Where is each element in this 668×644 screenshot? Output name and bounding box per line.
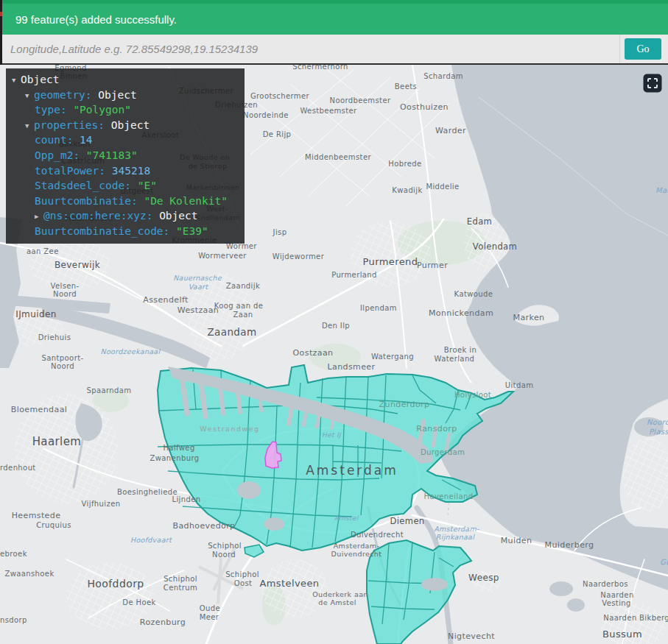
map-label: Vaart: [189, 283, 209, 291]
map-label: Het IJ: [322, 431, 342, 439]
success-banner: 99 feature(s) added successfully.: [0, 0, 668, 35]
fullscreen-icon: [643, 74, 662, 93]
map-label: Koog aan de: [214, 302, 264, 310]
success-message: 99 feature(s) added successfully.: [15, 13, 177, 26]
map-label: Kwadijk: [392, 186, 422, 194]
map-label: Holysloot: [454, 391, 491, 399]
map-label: Spaarndam: [86, 386, 131, 394]
coordinate-search-bar: Go: [0, 35, 668, 65]
map-label: Plass: [649, 428, 668, 436]
inspector-value: Object: [159, 210, 197, 222]
map-label: rdenhout: [0, 464, 36, 472]
map-label: Rozenburg: [140, 618, 186, 627]
map-label: Beets: [395, 82, 417, 91]
map-label: Bikbergen: [639, 614, 668, 622]
inspector-value: Object: [98, 89, 136, 101]
map-label: Ilpendam: [360, 304, 397, 312]
map-label: Zwanenburg: [150, 454, 200, 462]
inspector-value: "741183": [86, 149, 138, 161]
inspector-line: ▼geometry: Object: [10, 88, 240, 103]
map-label: Noordeinde: [243, 111, 289, 119]
map-label: Amstel: [334, 514, 359, 522]
map-label: Lijnden: [172, 495, 200, 503]
inspector-key: Opp_m2:: [35, 149, 86, 161]
map-label: Amstelveen: [260, 578, 320, 589]
map-label: Mar: [655, 186, 668, 194]
map-label: Noordbeemster: [330, 96, 391, 105]
inspector-line: count: 14: [10, 132, 240, 148]
inspector-value: "De Kolenkit": [144, 195, 228, 207]
map-label: Badhoevedorp: [172, 521, 235, 531]
map-label: Naarderbos: [583, 580, 628, 588]
object-inspector: ▼Object▼geometry: Objecttype: "Polygon"▼…: [6, 68, 245, 244]
map-label: Oostzaan: [293, 348, 334, 358]
map-label: Gu: [660, 558, 668, 566]
map-label: Schardam: [423, 72, 463, 80]
map-label: nsdorp: [0, 616, 27, 624]
inspector-value: "Polygon": [73, 104, 131, 116]
map-label: aan Zee: [27, 247, 59, 255]
map-label: Zaandam: [207, 326, 256, 338]
map-label: Rijnkanaal: [436, 533, 475, 541]
map-label: Wormerveer: [198, 252, 247, 260]
inspector-key: @ns:com:here:xyz:: [43, 210, 159, 222]
map-label: Schermerhorn: [292, 65, 348, 71]
map-label: Wijdewormer: [273, 252, 325, 261]
inspector-value: 345218: [112, 165, 150, 177]
expand-toggle-icon[interactable]: ▶: [35, 209, 43, 224]
inspector-value: 14: [80, 134, 92, 146]
map-label: Katwoude: [454, 290, 493, 298]
map-label: Driehuis: [38, 333, 71, 342]
coordinate-search-input[interactable]: [0, 35, 622, 63]
expand-toggle-icon[interactable]: ▼: [25, 88, 34, 104]
map-label: Muiden: [501, 536, 532, 545]
inspector-line: Buurtcombinatie: "De Kolenkit": [10, 194, 240, 209]
map-label: Zunderdorp: [379, 400, 430, 409]
map-label: Amsterdam-: [334, 542, 380, 550]
fullscreen-button[interactable]: [643, 74, 662, 93]
map-label: Edam: [467, 216, 492, 227]
map-label: Amsterdam: [306, 463, 398, 478]
map-label: Cruquius: [36, 521, 71, 529]
map-label: Beverwijk: [55, 260, 100, 270]
map-label: Westzaan: [177, 305, 219, 315]
inspector-key: count:: [35, 134, 80, 146]
map-label: Hoofddorp: [87, 578, 144, 590]
map-label: Bussum: [602, 629, 642, 640]
map-label: Zaan: [233, 311, 253, 319]
map-label: Bloemendaal: [11, 405, 67, 414]
map-label: Middenbeemster: [305, 153, 371, 161]
map-label: Schiphol: [164, 575, 197, 583]
map-label: Haveneiland: [424, 492, 474, 500]
map-label: Halfweg: [163, 444, 194, 452]
map-label: De Hoek: [122, 598, 155, 606]
expand-toggle-icon[interactable]: ▼: [12, 73, 21, 88]
map-label: ebroek: [0, 550, 27, 558]
map-label: Schiphol: [208, 542, 242, 550]
go-button[interactable]: Go: [625, 38, 661, 60]
map-label: Boesingheliede: [117, 488, 177, 496]
map-label: Schiphol: [225, 570, 259, 578]
map-label: Naarden: [603, 614, 636, 622]
inspector-line: ▶@ns:com:here:xyz: Object: [10, 208, 240, 224]
map-label: Noord: [51, 362, 74, 370]
inspector-value: Object: [21, 74, 59, 85]
map-label: Purmerend: [363, 256, 418, 267]
map-label: Oost: [234, 579, 253, 587]
map-label: Ouderkerk aan: [312, 590, 368, 598]
map-label: Nauernasche: [173, 274, 222, 282]
map-label: Weesp: [468, 573, 499, 583]
map-label: Haarlem: [32, 435, 82, 448]
inspector-value: Object: [111, 119, 150, 131]
map-label: Westrandweg: [200, 425, 259, 433]
map-label: IJmuiden: [15, 309, 57, 319]
map-label: Assendelft: [143, 295, 189, 305]
map-label: Zwaanshoek: [4, 570, 54, 578]
expand-toggle-icon[interactable]: ▼: [25, 118, 34, 134]
map-label: Marken: [513, 313, 545, 322]
map-label: Purmerland: [331, 271, 377, 279]
map-label: Monnickendam: [429, 308, 493, 318]
inspector-line: ▼properties: Object: [10, 118, 240, 133]
map-label: Naarden: [600, 591, 633, 599]
inspector-line: Stadsdeel_code: "E": [10, 178, 240, 194]
